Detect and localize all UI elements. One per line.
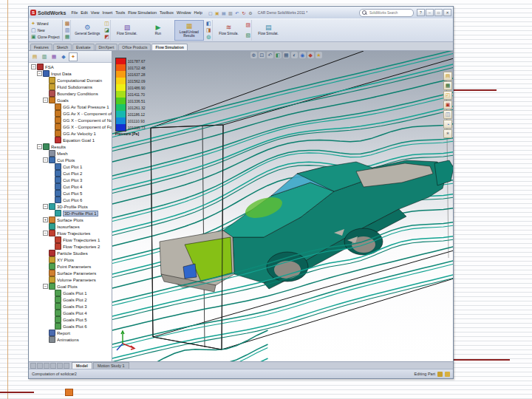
clone-project-button[interactable]: ▣Clone Project bbox=[30, 34, 61, 40]
close-button[interactable]: ✕ bbox=[443, 9, 451, 16]
restore-button[interactable]: □ bbox=[434, 9, 443, 16]
tree-item-fluid-subdomains[interactable]: Fluid Subdomains bbox=[29, 83, 112, 90]
zoom-fit-icon[interactable]: ⊕ bbox=[250, 52, 257, 58]
menu-toolbox[interactable]: Toolbox bbox=[158, 10, 175, 16]
tree-item-xy-plots[interactable]: XY Plots bbox=[29, 256, 112, 263]
zoom-area-icon[interactable]: ⊡ bbox=[259, 52, 265, 58]
view-orientation-icon[interactable]: ▦ bbox=[283, 52, 290, 58]
menu-edit[interactable]: Edit bbox=[79, 10, 89, 16]
tree-expander[interactable]: − bbox=[43, 204, 48, 209]
load-unload-results-button[interactable]: ▦Load/Unload Results bbox=[174, 20, 204, 41]
tree-item-volume-parameters[interactable]: Volume Parameters bbox=[29, 276, 112, 283]
print-icon[interactable]: ▥ bbox=[228, 10, 233, 16]
tree-item-cut-plot-1[interactable]: Cut Plot 1 bbox=[29, 163, 112, 170]
tree-item-cut-plot-2[interactable]: Cut Plot 2 bbox=[29, 170, 112, 177]
open-icon[interactable]: ▣ bbox=[214, 10, 220, 16]
quick-tips-icon[interactable] bbox=[445, 372, 450, 377]
section-view-icon[interactable]: ◧ bbox=[275, 52, 282, 58]
dimxpertmanager-tab-icon[interactable]: ◆ bbox=[59, 52, 68, 61]
tree-expander[interactable]: − bbox=[37, 144, 42, 149]
tab-scroll-cell[interactable] bbox=[50, 363, 56, 369]
tree-item-flow-trajectories-2[interactable]: Flow Trajectories 2 bbox=[29, 243, 112, 250]
tree-item-results[interactable]: −Results bbox=[29, 143, 112, 150]
tree-expander[interactable]: − bbox=[43, 231, 48, 236]
tree-item-computational-domain[interactable]: Computational Domain bbox=[29, 77, 112, 83]
new-document-icon[interactable]: ▢ bbox=[208, 10, 214, 16]
load-results-icon[interactable]: ◰ bbox=[443, 91, 452, 100]
flow-simulation-analysis-tab-icon[interactable]: ✦ bbox=[69, 52, 78, 61]
flow-simulation-solve-button[interactable]: ▧Flow Simulat. bbox=[112, 20, 142, 41]
tab-model[interactable]: Model bbox=[72, 362, 92, 369]
undo-icon[interactable]: ↶ bbox=[234, 10, 240, 16]
tree-expander[interactable]: − bbox=[37, 71, 42, 76]
tree-item-gg-av-x-component-of-velocity-1[interactable]: GG Av X - Component of Velocity 1 bbox=[29, 110, 112, 117]
tree-item-goals-plot-4[interactable]: Goals Plot 4 bbox=[29, 310, 112, 316]
tree-item-goals[interactable]: −Goals bbox=[29, 97, 112, 103]
tree-item-fsa[interactable]: −FSA bbox=[29, 64, 112, 70]
tree-item-mesh[interactable]: Mesh bbox=[29, 150, 112, 157]
tab-scroll-cell[interactable] bbox=[57, 363, 63, 369]
search-input[interactable] bbox=[368, 10, 411, 16]
menu-tools[interactable]: Tools bbox=[114, 10, 126, 16]
surface-plot-small-icon[interactable]: ◨ bbox=[206, 27, 211, 33]
tree-item-surface-parameters[interactable]: Surface Parameters bbox=[29, 270, 112, 276]
tree-item-cut-plot-6[interactable]: Cut Plot 6 bbox=[29, 197, 112, 203]
notebook-icon[interactable]: ▦ bbox=[443, 81, 452, 90]
tree-item-input-data[interactable]: −Input Data bbox=[29, 70, 112, 77]
tree-item-goals-plot-6[interactable]: Goals Plot 6 bbox=[29, 323, 112, 330]
tree-item-3d-profile-plot-1[interactable]: 3D-Profile Plot 1 bbox=[29, 210, 112, 216]
tab-features[interactable]: Features bbox=[30, 44, 52, 50]
search-box[interactable] bbox=[359, 9, 414, 17]
xy-plot-small-icon[interactable]: ▨ bbox=[246, 22, 251, 28]
hide-show-icon[interactable]: ◉ bbox=[299, 52, 306, 58]
tree-item-cut-plots[interactable]: −Cut Plots bbox=[29, 157, 112, 163]
tree-item-boundary-conditions[interactable]: Boundary Conditions bbox=[29, 90, 112, 97]
results-summary-icon[interactable]: ▤ bbox=[443, 72, 452, 81]
minimize-button[interactable]: – bbox=[426, 9, 434, 16]
tree-item-gg-x-component-of-normal-force-1[interactable]: GG X - Component of Normal Force 1 bbox=[29, 117, 112, 123]
isosurface-small-icon[interactable]: ◍ bbox=[206, 34, 211, 40]
flow-results-display-button[interactable]: ▤Flow Simulat. bbox=[253, 20, 283, 41]
tab-motion-study-1[interactable]: Motion Study 1 bbox=[93, 362, 129, 369]
unload-results-icon[interactable]: ▣ bbox=[443, 100, 452, 109]
display-style-icon[interactable]: ◐ bbox=[291, 52, 298, 58]
tree-item-equation-goal-1[interactable]: Equation Goal 1 bbox=[29, 137, 112, 143]
rebuild-icon[interactable]: ↻ bbox=[241, 10, 247, 16]
tree-item-flow-trajectories-1[interactable]: Flow Trajectories 1 bbox=[29, 236, 112, 243]
tree-expander[interactable]: − bbox=[31, 64, 36, 69]
featuremanager-tab-icon[interactable]: ▤ bbox=[30, 52, 39, 61]
tree-item-goals-plot-3[interactable]: Goals Plot 3 bbox=[29, 303, 112, 310]
help-button[interactable]: ? bbox=[417, 9, 425, 16]
scene-icon[interactable]: ★ bbox=[316, 52, 322, 58]
previous-view-icon[interactable]: ↶ bbox=[267, 52, 273, 58]
tree-item-flow-trajectories[interactable]: −Flow Trajectories bbox=[29, 230, 112, 236]
propertymanager-tab-icon[interactable]: ▥ bbox=[40, 52, 49, 61]
wizard-button[interactable]: ✦Wizard bbox=[30, 21, 61, 27]
tree-expander[interactable]: − bbox=[43, 284, 48, 289]
tree-item-gg-x-component-of-force-1[interactable]: GG X - Component of Force 1 bbox=[29, 123, 112, 130]
tree-item-cut-plot-5[interactable]: Cut Plot 5 bbox=[29, 190, 112, 197]
tree-item-cut-plot-3[interactable]: Cut Plot 3 bbox=[29, 177, 112, 183]
tree-item-goals-plot-5[interactable]: Goals Plot 5 bbox=[29, 316, 112, 323]
tab-scroll-cell[interactable] bbox=[64, 363, 69, 369]
menu-file[interactable]: File bbox=[69, 10, 79, 16]
tree-expander[interactable]: − bbox=[43, 98, 48, 103]
tree-item-goals-plot-2[interactable]: Goals Plot 2 bbox=[29, 296, 112, 303]
new-button[interactable]: ▢New bbox=[30, 27, 61, 33]
tree-expander[interactable]: − bbox=[43, 157, 48, 163]
cut-plot-small-icon[interactable]: ◧ bbox=[206, 21, 211, 27]
favorites-icon[interactable]: ✶ bbox=[443, 129, 452, 138]
tree-item-goals-plot-1[interactable]: Goals Plot 1 bbox=[29, 290, 112, 296]
tab-flow-simulation[interactable]: Flow Simulation bbox=[151, 44, 187, 50]
boundary-condition-small-icon[interactable]: ◪ bbox=[104, 27, 109, 33]
tree-item-isosurfaces[interactable]: Isosurfaces bbox=[29, 223, 112, 230]
menu-window[interactable]: Window bbox=[175, 10, 193, 16]
general-settings-button[interactable]: ⚙General Settings bbox=[72, 20, 102, 41]
tree-expander[interactable]: + bbox=[43, 217, 48, 222]
menu-help[interactable]: Help bbox=[193, 10, 204, 16]
save-icon[interactable]: ▤ bbox=[221, 10, 227, 16]
menu-insert[interactable]: Insert bbox=[101, 10, 115, 16]
tree-item-3d-profile-plots[interactable]: −3D-Profile Plots bbox=[29, 203, 112, 210]
graphics-viewport[interactable]: 101787.67101712.48101637.28101562.091014… bbox=[112, 51, 453, 361]
tree-item-point-parameters[interactable]: Point Parameters bbox=[29, 263, 112, 270]
